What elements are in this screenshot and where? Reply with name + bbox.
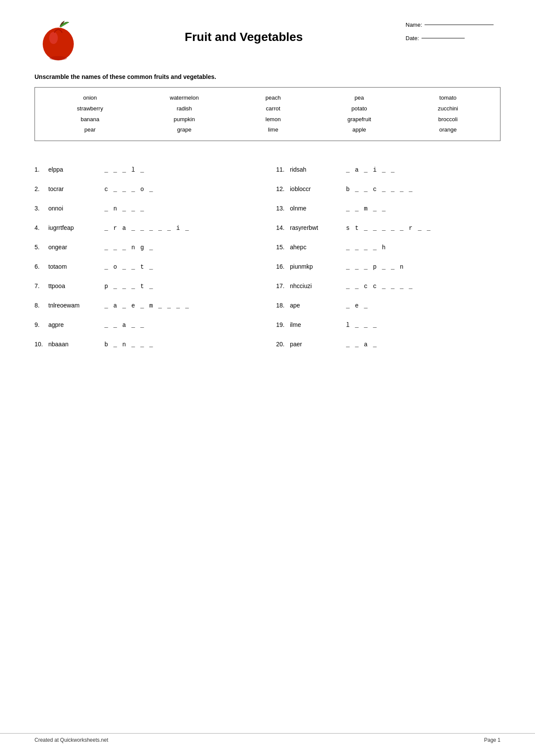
word-bank-item: radish xyxy=(176,104,192,113)
exercise-item: 8. tnlreoewam _ a _ e _ m _ _ _ _ xyxy=(35,294,259,314)
exercise-blanks: _ a _ e _ m _ _ _ _ xyxy=(104,302,190,309)
apple-image xyxy=(35,17,82,65)
exercise-number: 14. xyxy=(276,224,290,231)
exercise-number: 6. xyxy=(35,263,48,270)
word-bank-item: pumpkin xyxy=(174,115,195,124)
word-bank-item: pear xyxy=(85,125,96,135)
title-block: Fruit and Vegetables xyxy=(82,17,406,44)
exercise-scrambled: paer xyxy=(290,341,346,348)
word-bank-col-3: peach carrot lemon lime xyxy=(265,94,280,135)
instructions: Unscramble the names of these common fru… xyxy=(35,73,500,80)
exercise-number: 18. xyxy=(276,302,290,309)
exercise-number: 2. xyxy=(35,185,48,192)
exercise-scrambled: ridsah xyxy=(290,166,346,173)
exercise-scrambled: tocrar xyxy=(48,185,104,192)
svg-point-0 xyxy=(43,28,74,60)
exercise-scrambled: nhcciuzi xyxy=(290,282,346,289)
exercise-blanks: p _ _ _ t _ xyxy=(104,283,154,290)
exercise-item: 19. ilme l _ _ _ xyxy=(276,314,500,333)
exercise-item: 7. ttpooa p _ _ _ t _ xyxy=(35,275,259,294)
exercise-item: 3. onnoi _ n _ _ _ xyxy=(35,197,259,216)
word-bank-item: onion xyxy=(83,94,97,103)
exercise-blanks: _ _ c c _ _ _ _ xyxy=(346,283,413,290)
exercise-item: 11. ridsah _ a _ i _ _ xyxy=(276,158,500,178)
exercise-number: 9. xyxy=(35,321,48,328)
word-bank-col-2: watermelon radish pumpkin grape xyxy=(170,94,199,135)
word-bank-item: watermelon xyxy=(170,94,199,103)
exercise-item: 18. ape _ e _ xyxy=(276,294,500,314)
exercise-blanks: s t _ _ _ _ _ r _ _ xyxy=(346,225,431,232)
word-bank-item: apple xyxy=(352,125,366,135)
exercise-number: 11. xyxy=(276,166,290,173)
word-bank-item: strawberry xyxy=(77,104,103,113)
word-bank-item: zucchini xyxy=(438,104,458,113)
exercise-scrambled: ttpooa xyxy=(48,282,104,289)
word-bank: onion strawberry banana pear watermelon … xyxy=(35,87,500,141)
exercise-scrambled: tnlreoewam xyxy=(48,302,104,309)
exercise-number: 5. xyxy=(35,244,48,251)
exercise-item: 15. ahepc _ _ _ _ h xyxy=(276,236,500,255)
exercise-item: 6. totaom _ o _ _ t _ xyxy=(35,255,259,275)
exercise-scrambled: agpre xyxy=(48,321,104,328)
word-bank-item: lemon xyxy=(265,115,280,124)
exercise-item: 1. elppa _ _ _ l _ xyxy=(35,158,259,178)
exercise-scrambled: piunmkp xyxy=(290,263,346,270)
name-label: Name: xyxy=(406,22,422,28)
exercise-scrambled: iobloccr xyxy=(290,185,346,192)
exercise-blanks: _ _ m _ _ xyxy=(346,205,387,212)
name-line: Name: xyxy=(406,22,500,28)
name-field[interactable] xyxy=(425,25,494,25)
exercise-item: 17. nhcciuzi _ _ c c _ _ _ _ xyxy=(276,275,500,294)
exercise-blanks: _ _ _ p _ _ n xyxy=(346,264,404,270)
exercise-blanks: _ a _ i _ _ xyxy=(346,166,395,173)
word-bank-col-4: pea potato grapefruit apple xyxy=(347,94,371,135)
exercise-number: 4. xyxy=(35,224,48,231)
word-bank-item: orange xyxy=(439,125,456,135)
exercise-scrambled: ilme xyxy=(290,321,346,328)
exercise-number: 19. xyxy=(276,321,290,328)
word-bank-item: banana xyxy=(81,115,99,124)
word-bank-item: lime xyxy=(268,125,278,135)
exercise-item: 4. iugrrtfeap _ r a _ _ _ _ _ i _ xyxy=(35,216,259,236)
word-bank-item: grapefruit xyxy=(347,115,371,124)
footer-left: Created at Quickworksheets.net xyxy=(35,737,108,743)
word-bank-item: peach xyxy=(265,94,280,103)
exercise-scrambled: totaom xyxy=(48,263,104,270)
exercise-number: 12. xyxy=(276,185,290,192)
exercise-number: 10. xyxy=(35,341,48,348)
exercise-item: 10. nbaaan b _ n _ _ _ xyxy=(35,333,259,352)
exercise-blanks: l _ _ _ xyxy=(346,322,378,329)
exercise-number: 7. xyxy=(35,282,48,289)
exercises-grid: 1. elppa _ _ _ l _ 11. ridsah _ a _ i _ … xyxy=(35,158,500,352)
word-bank-item: grape xyxy=(177,125,191,135)
page: Fruit and Vegetables Name: Date: Unscram… xyxy=(0,0,535,756)
exercise-number: 1. xyxy=(35,166,48,173)
exercise-scrambled: elppa xyxy=(48,166,104,173)
exercise-number: 15. xyxy=(276,244,290,251)
header: Fruit and Vegetables Name: Date: xyxy=(35,17,500,65)
exercise-number: 13. xyxy=(276,205,290,212)
word-bank-item: carrot xyxy=(266,104,280,113)
date-field[interactable] xyxy=(422,38,465,38)
word-bank-col-5: tomato zucchini broccoli orange xyxy=(438,94,458,135)
exercise-item: 20. paer _ _ a _ xyxy=(276,333,500,352)
exercise-item: 2. tocrar c _ _ _ o _ xyxy=(35,178,259,197)
exercise-item: 9. agpre _ _ a _ _ xyxy=(35,314,259,333)
exercise-blanks: _ _ _ l _ xyxy=(104,166,145,173)
exercise-scrambled: nbaaan xyxy=(48,341,104,348)
word-bank-item: pea xyxy=(355,94,364,103)
exercise-item: 14. rasyrerbwt s t _ _ _ _ _ r _ _ xyxy=(276,216,500,236)
exercise-blanks: _ r a _ _ _ _ _ i _ xyxy=(104,225,190,232)
svg-point-1 xyxy=(49,32,58,44)
exercise-scrambled: ahepc xyxy=(290,244,346,251)
exercise-number: 20. xyxy=(276,341,290,348)
date-label: Date: xyxy=(406,35,419,41)
exercise-scrambled: ongear xyxy=(48,244,104,251)
svg-point-2 xyxy=(50,56,67,60)
footer-right: Page 1 xyxy=(484,737,500,743)
exercise-number: 17. xyxy=(276,282,290,289)
exercise-item: 13. olnme _ _ m _ _ xyxy=(276,197,500,216)
exercise-scrambled: iugrrtfeap xyxy=(48,224,104,231)
exercise-blanks: _ _ _ _ h xyxy=(346,244,387,251)
name-date-block: Name: Date: xyxy=(406,17,500,41)
